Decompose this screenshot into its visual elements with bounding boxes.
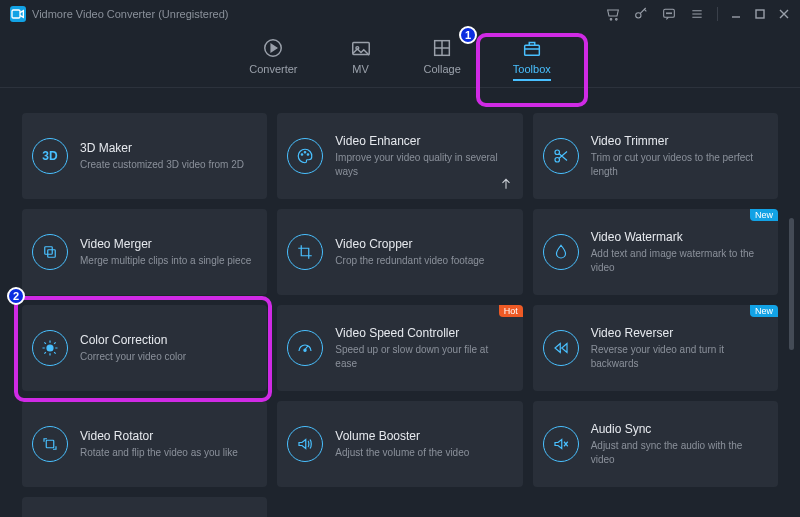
crop-icon bbox=[287, 234, 323, 270]
feedback-icon[interactable] bbox=[661, 6, 677, 22]
tab-toolbox[interactable]: Toolbox bbox=[513, 37, 551, 81]
svg-point-7 bbox=[671, 13, 672, 14]
window-actions bbox=[605, 6, 790, 22]
tab-label: MV bbox=[352, 63, 369, 75]
tool-3d-maker[interactable]: 3D 3D Maker Create customized 3D video f… bbox=[22, 113, 267, 199]
window-title: Vidmore Video Converter (Unregistered) bbox=[32, 8, 228, 20]
svg-point-5 bbox=[667, 13, 668, 14]
tool-title: Video Rotator bbox=[80, 429, 238, 443]
collage-icon bbox=[431, 37, 453, 59]
tool-video-trimmer[interactable]: Video Trimmer Trim or cut your videos to… bbox=[533, 113, 778, 199]
tool-desc: Create customized 3D video from 2D bbox=[80, 158, 244, 172]
tool-title: Video Speed Controller bbox=[335, 326, 508, 340]
brightness-icon bbox=[32, 330, 68, 366]
svg-point-14 bbox=[302, 154, 304, 156]
main-nav: Converter MV Collage Toolbox 1 bbox=[0, 28, 800, 88]
svg-rect-8 bbox=[756, 10, 764, 18]
minimize-icon[interactable] bbox=[730, 8, 742, 20]
toolbox-icon bbox=[521, 37, 543, 59]
tool-desc: Adjust the volume of the video bbox=[335, 446, 469, 460]
toolbox-grid: 3D 3D Maker Create customized 3D video f… bbox=[22, 113, 778, 517]
svg-point-3 bbox=[636, 13, 641, 18]
app-logo-icon bbox=[10, 6, 26, 22]
gauge-icon bbox=[287, 330, 323, 366]
converter-icon bbox=[262, 37, 284, 59]
svg-rect-13 bbox=[524, 45, 539, 55]
svg-rect-20 bbox=[48, 250, 56, 258]
tab-mv[interactable]: MV bbox=[350, 37, 372, 79]
tool-video-speed[interactable]: Hot Video Speed Controller Speed up or s… bbox=[277, 305, 522, 391]
svg-point-15 bbox=[305, 152, 307, 154]
maximize-icon[interactable] bbox=[754, 8, 766, 20]
tool-title: Video Cropper bbox=[335, 237, 484, 251]
svg-point-22 bbox=[304, 349, 306, 351]
audio-sync-icon bbox=[543, 426, 579, 462]
tool-video-merger[interactable]: Video Merger Merge multiple clips into a… bbox=[22, 209, 267, 295]
svg-point-1 bbox=[610, 19, 612, 21]
annotation-badge-1: 1 bbox=[459, 26, 477, 44]
svg-rect-0 bbox=[12, 10, 20, 18]
tool-file-date-changer[interactable]: File Date Changer bbox=[22, 497, 267, 517]
tool-desc: Merge multiple clips into a single piece bbox=[80, 254, 251, 268]
tool-desc: Correct your video color bbox=[80, 350, 186, 364]
rewind-icon bbox=[543, 330, 579, 366]
tab-label: Toolbox bbox=[513, 63, 551, 75]
merge-icon bbox=[32, 234, 68, 270]
tool-video-watermark[interactable]: New Video Watermark Add text and image w… bbox=[533, 209, 778, 295]
mv-icon bbox=[350, 37, 372, 59]
menu-icon[interactable] bbox=[689, 6, 705, 22]
close-icon[interactable] bbox=[778, 8, 790, 20]
svg-point-16 bbox=[308, 154, 310, 156]
svg-point-2 bbox=[616, 19, 618, 21]
tool-desc: Speed up or slow down your file at ease bbox=[335, 343, 508, 370]
svg-rect-19 bbox=[45, 247, 53, 255]
badge-new: New bbox=[750, 305, 778, 317]
scissors-icon bbox=[543, 138, 579, 174]
tab-collage[interactable]: Collage bbox=[424, 37, 461, 79]
droplet-icon bbox=[543, 234, 579, 270]
scrollbar-thumb[interactable] bbox=[789, 218, 794, 350]
svg-point-17 bbox=[555, 150, 560, 155]
svg-point-18 bbox=[555, 158, 560, 163]
tool-desc: Add text and image watermark to the vide… bbox=[591, 247, 764, 274]
tool-desc: Improve your video quality in several wa… bbox=[335, 151, 508, 178]
tool-desc: Adjust and sync the audio with the video bbox=[591, 439, 764, 466]
pin-icon[interactable] bbox=[499, 177, 513, 191]
tab-label: Converter bbox=[249, 63, 297, 75]
tool-desc: Rotate and flip the video as you like bbox=[80, 446, 238, 460]
tool-video-enhancer[interactable]: Video Enhancer Improve your video qualit… bbox=[277, 113, 522, 199]
tool-video-reverser[interactable]: New Video Reverser Reverse your video an… bbox=[533, 305, 778, 391]
tool-title: Video Watermark bbox=[591, 230, 764, 244]
tool-title: Video Enhancer bbox=[335, 134, 508, 148]
annotation-badge-2: 2 bbox=[7, 287, 25, 305]
tool-video-rotator[interactable]: Video Rotator Rotate and flip the video … bbox=[22, 401, 267, 487]
rotate-icon bbox=[32, 426, 68, 462]
palette-icon bbox=[287, 138, 323, 174]
tool-title: Color Correction bbox=[80, 333, 186, 347]
tool-title: 3D Maker bbox=[80, 141, 244, 155]
tool-title: Video Trimmer bbox=[591, 134, 764, 148]
tool-desc: Reverse your video and turn it backwards bbox=[591, 343, 764, 370]
separator bbox=[717, 7, 718, 21]
tool-title: Volume Booster bbox=[335, 429, 469, 443]
toolbox-panel: 3D 3D Maker Create customized 3D video f… bbox=[0, 99, 800, 517]
volume-icon bbox=[287, 426, 323, 462]
title-area: Vidmore Video Converter (Unregistered) bbox=[10, 6, 228, 22]
tab-converter[interactable]: Converter bbox=[249, 37, 297, 79]
tool-volume-booster[interactable]: Volume Booster Adjust the volume of the … bbox=[277, 401, 522, 487]
tool-color-correction[interactable]: Color Correction Correct your video colo… bbox=[22, 305, 267, 391]
key-icon[interactable] bbox=[633, 6, 649, 22]
svg-rect-23 bbox=[46, 440, 54, 448]
badge-hot: Hot bbox=[499, 305, 523, 317]
tool-title: Audio Sync bbox=[591, 422, 764, 436]
cart-icon[interactable] bbox=[605, 6, 621, 22]
svg-point-6 bbox=[669, 13, 670, 14]
tool-desc: Trim or cut your videos to the perfect l… bbox=[591, 151, 764, 178]
svg-point-21 bbox=[47, 345, 53, 351]
tool-desc: Crop the redundant video footage bbox=[335, 254, 484, 268]
tool-audio-sync[interactable]: Audio Sync Adjust and sync the audio wit… bbox=[533, 401, 778, 487]
tool-video-cropper[interactable]: Video Cropper Crop the redundant video f… bbox=[277, 209, 522, 295]
tab-label: Collage bbox=[424, 63, 461, 75]
three-d-icon: 3D bbox=[32, 138, 68, 174]
tool-title: Video Reverser bbox=[591, 326, 764, 340]
